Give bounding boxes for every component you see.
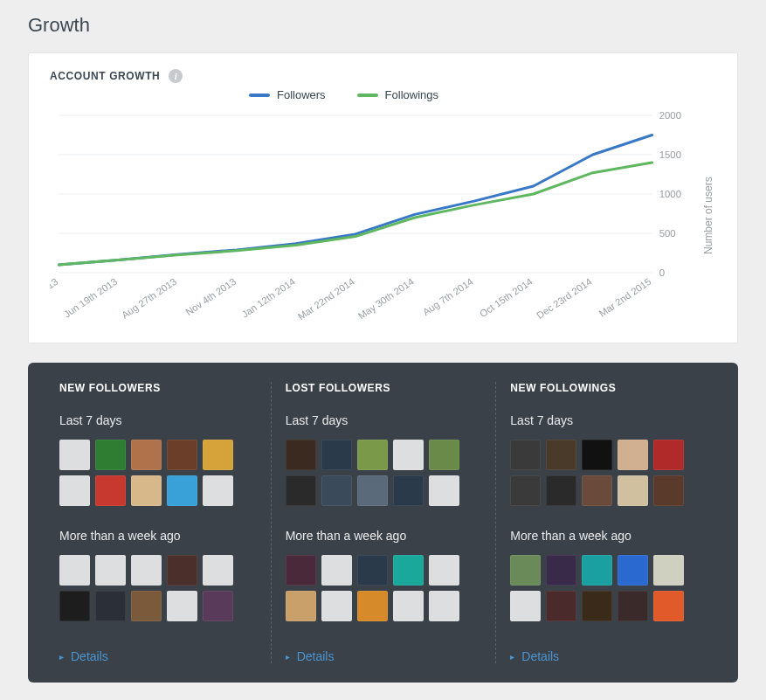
avatar[interactable] bbox=[321, 475, 352, 506]
avatar[interactable] bbox=[95, 440, 126, 470]
avatar[interactable] bbox=[203, 591, 233, 621]
avatar[interactable] bbox=[429, 591, 459, 621]
avatar[interactable] bbox=[59, 555, 90, 586]
period-label-recent: Last 7 days bbox=[59, 413, 257, 427]
avatar[interactable] bbox=[131, 440, 162, 470]
avatar[interactable] bbox=[357, 440, 388, 470]
details-label: Details bbox=[297, 649, 335, 663]
details-label: Details bbox=[521, 649, 559, 663]
avatar[interactable] bbox=[286, 440, 316, 470]
avatar[interactable] bbox=[59, 475, 90, 506]
details-link[interactable]: ▸ Details bbox=[286, 649, 335, 663]
avatar[interactable] bbox=[510, 440, 541, 470]
avatar[interactable] bbox=[59, 440, 90, 470]
avatar[interactable] bbox=[582, 440, 612, 470]
col-title: NEW FOLLOWERS bbox=[59, 382, 257, 394]
avatar[interactable] bbox=[653, 440, 684, 470]
col-title: NEW FOLLOWINGS bbox=[510, 382, 707, 394]
period-label-recent: Last 7 days bbox=[286, 413, 482, 427]
avatar[interactable] bbox=[546, 475, 576, 506]
legend-item-followings[interactable]: Followings bbox=[357, 88, 438, 101]
avatar[interactable] bbox=[357, 555, 388, 586]
details-link[interactable]: ▸ Details bbox=[510, 649, 559, 663]
avatar[interactable] bbox=[95, 475, 126, 506]
avatar[interactable] bbox=[510, 591, 541, 621]
avatar[interactable] bbox=[510, 475, 541, 506]
avatar-grid-older bbox=[59, 555, 257, 621]
legend-item-followers[interactable]: Followers bbox=[249, 88, 326, 101]
avatar[interactable] bbox=[131, 591, 162, 621]
col-title: LOST FOLLOWERS bbox=[286, 382, 482, 394]
chart-plot-area: 0500100015002000..th 2013Jun 19th 2013Au… bbox=[50, 107, 697, 325]
avatar[interactable] bbox=[203, 475, 233, 506]
avatar[interactable] bbox=[546, 440, 576, 470]
avatar[interactable] bbox=[167, 440, 197, 470]
legend-label-followers: Followers bbox=[277, 88, 326, 101]
avatar[interactable] bbox=[393, 555, 424, 586]
avatar[interactable] bbox=[321, 591, 352, 621]
avatar[interactable] bbox=[131, 555, 162, 586]
avatar[interactable] bbox=[167, 555, 197, 586]
avatar[interactable] bbox=[203, 440, 233, 470]
avatar[interactable] bbox=[321, 440, 352, 470]
period-label-recent: Last 7 days bbox=[510, 413, 707, 427]
avatar[interactable] bbox=[167, 591, 197, 621]
avatar[interactable] bbox=[653, 475, 684, 506]
avatar[interactable] bbox=[59, 591, 90, 621]
avatar[interactable] bbox=[393, 591, 424, 621]
avatar[interactable] bbox=[393, 475, 424, 506]
avatar[interactable] bbox=[546, 591, 576, 621]
avatar[interactable] bbox=[618, 475, 648, 506]
avatar[interactable] bbox=[95, 591, 126, 621]
avatar[interactable] bbox=[321, 555, 352, 586]
avatar[interactable] bbox=[653, 591, 684, 621]
avatar-grid-older bbox=[286, 555, 482, 621]
avatar[interactable] bbox=[357, 591, 388, 621]
svg-text:Dec 23rd 2014: Dec 23rd 2014 bbox=[535, 276, 594, 321]
avatar[interactable] bbox=[131, 475, 162, 506]
avatar[interactable] bbox=[618, 591, 648, 621]
avatar[interactable] bbox=[203, 555, 233, 586]
svg-text:Nov 4th 2013: Nov 4th 2013 bbox=[183, 276, 238, 317]
avatar[interactable] bbox=[167, 475, 197, 506]
avatar[interactable] bbox=[286, 555, 316, 586]
info-icon[interactable]: i bbox=[169, 69, 183, 83]
avatar[interactable] bbox=[286, 591, 316, 621]
avatar[interactable] bbox=[618, 555, 648, 586]
avatar[interactable] bbox=[429, 555, 459, 586]
page-title: Growth bbox=[28, 14, 738, 37]
caret-right-icon: ▸ bbox=[510, 652, 514, 662]
period-label-older: More than a week ago bbox=[286, 529, 482, 543]
avatar[interactable] bbox=[582, 591, 612, 621]
avatar[interactable] bbox=[393, 440, 424, 470]
svg-text:Jun 19th 2013: Jun 19th 2013 bbox=[62, 276, 120, 320]
svg-text:Aug 27th 2013: Aug 27th 2013 bbox=[120, 276, 178, 321]
svg-text:500: 500 bbox=[659, 228, 676, 239]
avatar[interactable] bbox=[429, 475, 459, 506]
avatar[interactable] bbox=[357, 475, 388, 506]
caret-right-icon: ▸ bbox=[59, 652, 64, 662]
avatar[interactable] bbox=[95, 555, 126, 586]
period-label-older: More than a week ago bbox=[510, 529, 707, 543]
avatar[interactable] bbox=[582, 475, 612, 506]
legend-label-followings: Followings bbox=[385, 88, 438, 101]
svg-text:Jan 12th 2014: Jan 12th 2014 bbox=[239, 276, 297, 320]
avatar[interactable] bbox=[653, 555, 684, 586]
details-label: Details bbox=[71, 649, 108, 663]
avatar[interactable] bbox=[546, 555, 576, 586]
legend-swatch-followers bbox=[249, 94, 270, 97]
svg-text:Aug 7th 2014: Aug 7th 2014 bbox=[421, 276, 475, 317]
avatar[interactable] bbox=[582, 555, 612, 586]
col-new-followers: NEW FOLLOWERS Last 7 days More than a we… bbox=[45, 382, 271, 663]
col-new-followings: NEW FOLLOWINGS Last 7 days More than a w… bbox=[495, 382, 721, 663]
legend-swatch-followings bbox=[357, 94, 378, 97]
col-lost-followers: LOST FOLLOWERS Last 7 days More than a w… bbox=[271, 382, 496, 663]
avatar[interactable] bbox=[510, 555, 541, 586]
avatar[interactable] bbox=[618, 440, 648, 470]
svg-text:2000: 2000 bbox=[659, 110, 681, 121]
caret-right-icon: ▸ bbox=[286, 652, 290, 662]
details-link[interactable]: ▸ Details bbox=[59, 649, 108, 663]
avatar[interactable] bbox=[286, 475, 316, 506]
avatar[interactable] bbox=[429, 440, 459, 470]
avatar-grid-older bbox=[510, 555, 707, 621]
